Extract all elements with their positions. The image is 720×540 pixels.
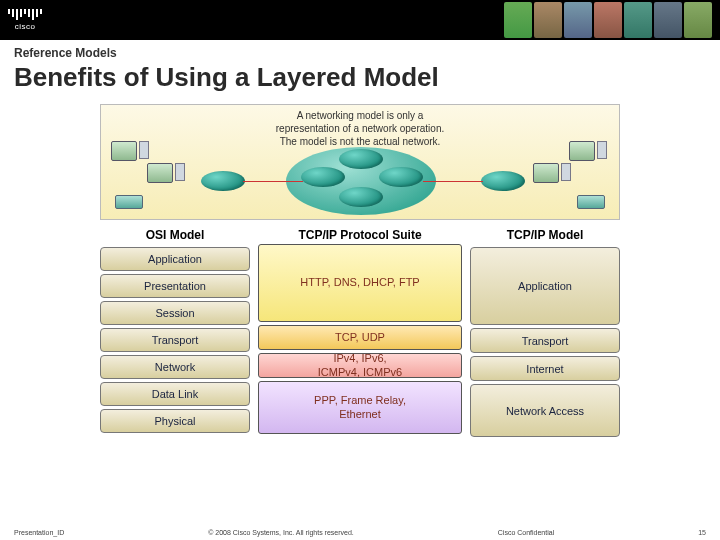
workstation-icon [111,141,149,161]
printer-icon [577,195,605,209]
osi-header: OSI Model [100,224,250,244]
osi-layer: Network [100,355,250,379]
banner-photo-strip [504,2,712,38]
suite-header: TCP/IP Protocol Suite [258,224,462,244]
band-network: IPv4, IPv6, ICMPv4, ICMPv6 [258,353,462,378]
workstation-icon [147,163,185,183]
printer-icon [115,195,143,209]
osi-layer: Data Link [100,382,250,406]
network-scene: A networking model is only a representat… [100,104,620,220]
logo-bars-icon [8,9,42,20]
cisco-logo: cisco [8,9,42,31]
tcpip-layer: Application [470,247,620,325]
osi-layer: Physical [100,409,250,433]
diagram: A networking model is only a representat… [100,104,620,437]
tcpip-layer: Network Access [470,384,620,437]
footer-center: © 2008 Cisco Systems, Inc. All rights re… [208,529,354,536]
model-grid: OSI Model Application Presentation Sessi… [100,224,620,437]
osi-layer: Presentation [100,274,250,298]
tcpip-header: TCP/IP Model [470,224,620,244]
section-subhead: Reference Models [0,40,720,62]
tcpip-layer: Transport [470,328,620,353]
workstation-icon [533,163,571,183]
protocol-suite-column: TCP/IP Protocol Suite HTTP, DNS, DHCP, F… [250,224,470,437]
router-icon [379,167,423,187]
router-icon [201,171,245,191]
osi-column: OSI Model Application Presentation Sessi… [100,224,250,437]
banner: cisco [0,0,720,40]
footer-right: Cisco Confidential [498,529,554,536]
page-title: Benefits of Using a Layered Model [0,62,720,97]
tcpip-layer: Internet [470,356,620,381]
footer: Presentation_ID © 2008 Cisco Systems, In… [0,529,720,536]
osi-layer: Session [100,301,250,325]
workstation-icon [569,141,607,161]
band-transport: TCP, UDP [258,325,462,350]
scene-caption: A networking model is only a representat… [101,109,619,148]
router-icon [301,167,345,187]
page-number: 15 [698,529,706,536]
tcpip-column: TCP/IP Model Application Transport Inter… [470,224,620,437]
osi-layer: Application [100,247,250,271]
footer-left: Presentation_ID [14,529,64,536]
osi-layer: Transport [100,328,250,352]
router-icon [481,171,525,191]
band-link: PPP, Frame Relay, Ethernet [258,381,462,434]
router-icon [339,187,383,207]
band-application: HTTP, DNS, DHCP, FTP [258,244,462,322]
logo-text: cisco [15,22,36,31]
router-icon [339,149,383,169]
